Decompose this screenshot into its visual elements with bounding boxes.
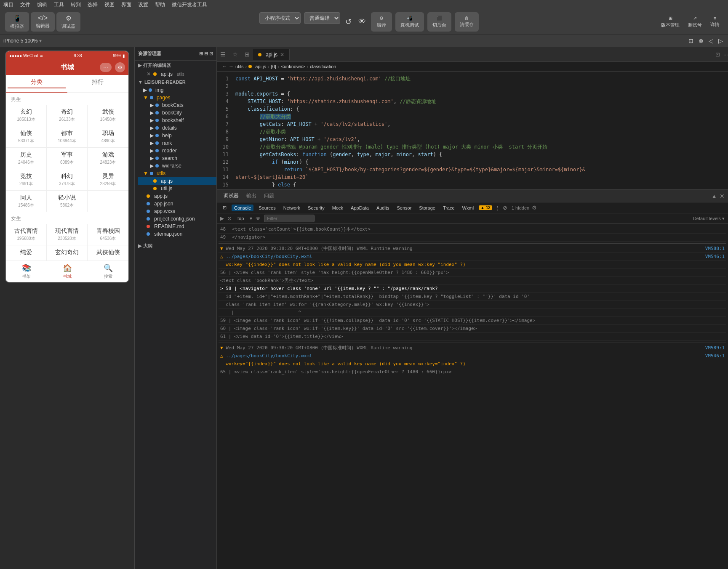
more-options-button[interactable]: ⋮ bbox=[495, 205, 500, 211]
menu-item-select[interactable]: 选择 bbox=[88, 1, 98, 8]
list-item[interactable]: 历史 24046本 bbox=[6, 148, 47, 169]
debug-expand-button[interactable]: ▲ bbox=[711, 193, 717, 199]
refresh-button[interactable]: ↺ bbox=[344, 12, 353, 32]
phone-tab-category[interactable]: 分类 bbox=[6, 75, 67, 93]
console-tab-button[interactable]: ⊡ bbox=[220, 204, 229, 211]
menu-item-view[interactable]: 视图 bbox=[104, 1, 115, 8]
file-app-wxss[interactable]: app.wxss bbox=[135, 207, 216, 215]
outline-section[interactable]: ▶ 大纲 bbox=[135, 241, 216, 251]
list-item[interactable]: 游戏 24823本 bbox=[88, 148, 128, 169]
list-item[interactable]: 武侠仙侠 bbox=[88, 245, 128, 261]
phone-bottom-tab-search[interactable]: 🔍 搜索 bbox=[88, 261, 128, 282]
backend-button[interactable]: ⬛ 切后台 bbox=[427, 12, 451, 32]
phone-nav-rec[interactable]: ⊙ bbox=[115, 62, 125, 72]
debug-output-tab[interactable]: 输出 bbox=[243, 191, 260, 201]
folder-pages[interactable]: ▼ pages bbox=[135, 94, 216, 101]
folder-wxParse[interactable]: ▶ wxParse bbox=[138, 162, 216, 170]
clear-cache-button[interactable]: 🗑 清缓存 bbox=[455, 12, 479, 32]
project-section[interactable]: ▼ LEISURE-READER bbox=[135, 78, 216, 86]
menu-item-help[interactable]: 帮助 bbox=[155, 1, 165, 8]
trace-tab-button[interactable]: Trace bbox=[440, 205, 457, 211]
list-item[interactable]: 现代言情 230528本 bbox=[47, 224, 88, 245]
menu-item-edit[interactable]: 编辑 bbox=[37, 1, 47, 8]
phone-nav-menu[interactable]: ··· bbox=[100, 63, 112, 72]
back-icon[interactable]: ◁ bbox=[707, 37, 715, 45]
audio-icon[interactable]: ⊚ bbox=[697, 37, 705, 45]
close-tab-button[interactable]: ✕ bbox=[280, 52, 284, 58]
folder-img[interactable]: ▶ img bbox=[135, 86, 216, 94]
list-item[interactable]: 古代言情 195680本 bbox=[6, 224, 47, 245]
folder-help[interactable]: ▶ help bbox=[138, 132, 216, 139]
list-item[interactable]: 武侠 16458本 bbox=[88, 105, 128, 126]
sidebar-toggle-button[interactable]: ☰ bbox=[217, 51, 229, 58]
settings-button[interactable]: ⚙ bbox=[532, 205, 537, 211]
list-item[interactable]: 职场 4890本 bbox=[88, 126, 128, 148]
folder-search[interactable]: ▶ search bbox=[138, 154, 216, 162]
simulator-button[interactable]: 📱 模拟器 bbox=[5, 12, 29, 32]
file-sitemap[interactable]: sitemap.json bbox=[135, 230, 216, 238]
top-button[interactable]: top bbox=[235, 215, 246, 222]
file-util-js[interactable]: util.js bbox=[138, 185, 216, 192]
debug-problems-tab[interactable]: 问题 bbox=[261, 191, 277, 201]
list-item[interactable]: 竞技 2691本 bbox=[6, 169, 47, 191]
wxml-tab-button[interactable]: Wxml bbox=[460, 205, 477, 211]
menu-item-settings[interactable]: 设置 bbox=[138, 1, 148, 8]
menu-item-file[interactable]: 文件 bbox=[20, 1, 30, 8]
open-editors-section[interactable]: ▶ 打开的编辑器 bbox=[135, 61, 216, 70]
test-button[interactable]: ↗ 测试号 bbox=[685, 14, 705, 30]
bookmark-button[interactable]: ☆ bbox=[229, 51, 241, 58]
console-filter-input[interactable] bbox=[264, 215, 315, 222]
phone-bottom-tab-bookstore[interactable]: 🏠 书城 bbox=[47, 261, 88, 282]
rotate-icon[interactable]: ⊡ bbox=[687, 37, 695, 45]
folder-reader[interactable]: ▶ reader bbox=[138, 147, 216, 154]
appdata-tab-button[interactable]: AppData bbox=[348, 205, 371, 211]
nav-back-button[interactable]: ← bbox=[222, 64, 227, 69]
menu-item-project[interactable]: 项目 bbox=[3, 1, 13, 8]
folder-rank[interactable]: ▶ rank bbox=[138, 139, 216, 147]
file-api-js[interactable]: api.js bbox=[138, 177, 216, 185]
audits-tab-button[interactable]: Audits bbox=[374, 205, 392, 211]
list-item[interactable]: 灵异 28259本 bbox=[88, 169, 128, 191]
file-app-js[interactable]: app.js bbox=[135, 192, 216, 200]
menu-item-wechat-tools[interactable]: 微信开发者工具 bbox=[172, 1, 207, 8]
close-icon[interactable]: ✕ bbox=[147, 71, 151, 77]
clear-console-button[interactable]: ⊘ bbox=[503, 205, 507, 211]
split-editor-button[interactable]: ⊡ bbox=[715, 51, 720, 58]
file-panel-icons[interactable]: ⊞ ⊟ ⊡ bbox=[199, 51, 213, 56]
debug-close-button[interactable]: ✕ bbox=[720, 193, 725, 199]
compile-select[interactable]: 普通编译 bbox=[304, 12, 340, 24]
version-mgmt-button[interactable]: ⊞ 版本管理 bbox=[658, 14, 683, 30]
list-item[interactable]: 玄幻奇幻 bbox=[47, 245, 88, 261]
list-item[interactable]: 轻小说 5862本 bbox=[47, 191, 88, 212]
list-item[interactable]: 仙侠 53371本 bbox=[6, 126, 47, 148]
nav-forward-button[interactable]: → bbox=[229, 64, 234, 69]
folder-bookCity[interactable]: ▶ bookCity bbox=[138, 109, 216, 117]
menu-item-interface[interactable]: 界面 bbox=[121, 1, 131, 8]
list-item[interactable]: 青春校园 64536本 bbox=[88, 224, 128, 245]
folder-bookshelf[interactable]: ▶ bookshelf bbox=[138, 117, 216, 124]
console-active-tab[interactable]: Console bbox=[232, 205, 253, 211]
security-tab-button[interactable]: Security bbox=[305, 205, 327, 211]
compile-button[interactable]: ⚙ 编译 bbox=[371, 12, 392, 32]
file-app-json[interactable]: app.json bbox=[135, 200, 216, 207]
phone-tab-ranking[interactable]: 排行 bbox=[67, 75, 129, 92]
sensor-tab-button[interactable]: Sensor bbox=[394, 205, 414, 211]
stop-button[interactable]: ⊙ bbox=[227, 215, 232, 221]
open-file-api-js[interactable]: ✕ api.js utils bbox=[135, 70, 216, 78]
debugger-button[interactable]: ⚙ 调试器 bbox=[56, 12, 80, 32]
tab-api-js[interactable]: api.js ✕ bbox=[253, 49, 290, 60]
folder-details[interactable]: ▶ details bbox=[138, 124, 216, 132]
list-item[interactable]: 科幻 37478本 bbox=[47, 169, 88, 191]
file-readme[interactable]: README.md bbox=[135, 223, 216, 230]
mock-tab-button[interactable]: Mock bbox=[330, 205, 346, 211]
phone-bottom-tab-bookshelf[interactable]: 📚 书架 bbox=[6, 261, 47, 282]
mode-select[interactable]: 小程序模式 bbox=[259, 12, 301, 24]
list-item[interactable]: 同人 15486本 bbox=[6, 191, 47, 212]
network-tab-button[interactable]: Network bbox=[281, 205, 303, 211]
list-item[interactable]: 军事 6089本 bbox=[47, 148, 88, 169]
list-item[interactable]: 都市 106944本 bbox=[47, 126, 88, 148]
more-button[interactable]: ··· bbox=[723, 51, 728, 58]
sources-tab-button[interactable]: Sources bbox=[256, 205, 278, 211]
preview-button[interactable]: 👁 bbox=[357, 12, 368, 32]
folder-bookCats[interactable]: ▶ bookCats bbox=[138, 101, 216, 109]
